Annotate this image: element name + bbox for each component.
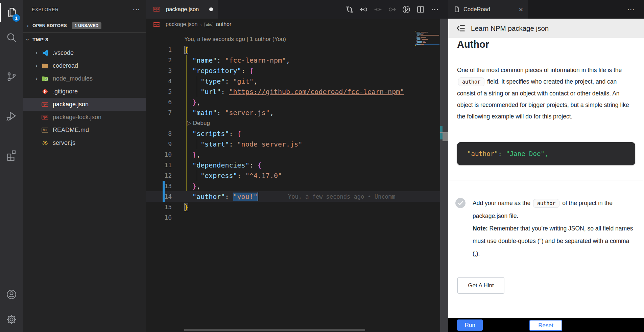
line-content: "dependencies": { xyxy=(184,161,262,169)
activity-run-debug[interactable] xyxy=(0,104,23,129)
account-icon xyxy=(6,289,17,300)
code-line-16[interactable]: 16 xyxy=(146,212,440,223)
reverse-continue-icon[interactable] xyxy=(359,5,368,14)
line-number: 14 xyxy=(146,193,172,200)
activity-extensions[interactable] xyxy=(0,143,23,168)
explorer-badge: 1 xyxy=(13,14,20,22)
file-package.json[interactable]: npmpackage.json xyxy=(23,98,146,111)
sidebar-title: EXPLORER xyxy=(32,7,133,12)
code-line-2[interactable]: 2 "name": "fcc-learn-npm", xyxy=(146,55,440,65)
switch-sides-icon[interactable] xyxy=(345,5,354,14)
js-icon: JS xyxy=(41,139,49,147)
horizontal-scrollbar[interactable] xyxy=(184,329,365,331)
panel-more-actions-icon[interactable]: ⋯ xyxy=(627,5,644,14)
activity-source-control[interactable] xyxy=(0,64,23,89)
open-editors-section[interactable]: › OPEN EDITORS 1 UNSAVED xyxy=(23,19,146,33)
get-hint-button[interactable]: Get A Hint xyxy=(457,277,504,294)
code-area[interactable]: You, a few seconds ago | 1 author (You)1… xyxy=(146,30,440,328)
line-content: } xyxy=(184,203,188,211)
code-line-15[interactable]: 15} xyxy=(146,202,440,212)
line-number: 15 xyxy=(146,203,172,211)
codelens[interactable]: ▷ Debug xyxy=(146,118,440,128)
code-line-8[interactable]: 8 "scripts": { xyxy=(146,128,440,139)
activity-account[interactable] xyxy=(0,282,23,307)
symbol-string-icon: abc xyxy=(205,22,213,27)
menu-collapse-icon[interactable] xyxy=(456,24,466,33)
file-.vscode[interactable]: ›.vscode xyxy=(23,46,146,59)
file-package-lock.json[interactable]: npmpackage-lock.json xyxy=(23,111,146,124)
codelens-text[interactable]: ▷ Debug xyxy=(146,119,210,127)
text-cursor xyxy=(258,192,258,201)
explorer-sidebar: EXPLORER ⋯ › OPEN EDITORS 1 UNSAVED › TM… xyxy=(23,0,146,332)
task-check-icon xyxy=(455,198,466,208)
line-number: 8 xyxy=(146,130,172,137)
tab-package-json[interactable]: npm package.json xyxy=(146,0,218,19)
sidebar-more-actions-icon[interactable]: ⋯ xyxy=(133,5,141,14)
line-content: "start": "node server.js" xyxy=(184,140,302,148)
divider xyxy=(448,180,643,180)
npm-icon: npm xyxy=(152,21,161,28)
snippet-value: "Jane Doe", xyxy=(502,150,548,157)
gear-icon xyxy=(6,314,17,325)
git-icon xyxy=(42,88,49,95)
node-modules-folder-icon: JS xyxy=(42,75,49,82)
workspace-root[interactable]: › TMP-3 xyxy=(23,33,146,46)
line-number: 9 xyxy=(146,140,172,148)
markdown-icon: M↓ xyxy=(41,126,49,134)
code-line-5[interactable]: 5 "url": "https://github.com/coderoad/fc… xyxy=(146,86,440,97)
more-actions-icon[interactable] xyxy=(430,5,439,14)
section-paragraph: One of the most common pieces of informa… xyxy=(457,64,636,122)
coderoad-play-icon[interactable] xyxy=(402,5,411,14)
reset-button[interactable]: Reset xyxy=(529,320,562,331)
coderoad-panel: CodeRoad × ⋯ Learn NPM package json Auth… xyxy=(448,0,644,332)
codelens[interactable]: You, a few seconds ago | 1 author (You) xyxy=(146,34,440,44)
scrollbar-slider[interactable] xyxy=(443,133,448,141)
source-control-icon xyxy=(6,71,17,83)
line-content: "main": "server.js", xyxy=(184,109,274,117)
code-line-3[interactable]: 3 "repository": { xyxy=(146,65,440,76)
code-line-12[interactable]: 12 "express": "^4.17.0" xyxy=(146,170,440,181)
inline-code-chip: author xyxy=(533,199,559,208)
minimap[interactable] xyxy=(415,30,439,49)
code-line-4[interactable]: 4 "type": "git", xyxy=(146,76,440,86)
file-server.js[interactable]: JSserver.js xyxy=(23,136,146,149)
code-line-1[interactable]: 1{ xyxy=(146,44,440,55)
code-line-10[interactable]: 10 }, xyxy=(146,149,440,160)
code-line-11[interactable]: 11 "dependencies": { xyxy=(146,160,440,170)
file-node_modules[interactable]: ›JSnode_modules xyxy=(23,72,146,85)
breadcrumb-file[interactable]: package.json xyxy=(166,21,197,27)
modified-gutter-marker xyxy=(163,181,165,191)
coderoad-header: Learn NPM package json xyxy=(448,19,644,38)
file-coderoad[interactable]: ›coderoad xyxy=(23,59,146,72)
split-editor-icon[interactable] xyxy=(416,5,425,14)
activity-settings[interactable] xyxy=(0,307,23,332)
overview-ruler-scrollbar[interactable] xyxy=(440,19,448,332)
npm-icon: npm xyxy=(42,115,48,119)
line-content: "repository": { xyxy=(184,67,254,75)
line-content: }, xyxy=(184,182,200,190)
activity-search[interactable] xyxy=(0,25,23,50)
record-step-icon[interactable] xyxy=(373,5,383,14)
line-number: 3 xyxy=(146,67,172,74)
code-line-7[interactable]: 7 "main": "server.js", xyxy=(146,107,440,118)
continue-icon[interactable] xyxy=(387,5,397,14)
code-line-9[interactable]: 9 "start": "node server.js" xyxy=(146,139,440,149)
code-lines: You, a few seconds ago | 1 author (You)1… xyxy=(146,34,440,223)
activity-explorer[interactable]: 1 xyxy=(0,0,23,25)
code-line-13[interactable]: 13 }, xyxy=(146,181,440,191)
tab-coderoad[interactable]: CodeRoad × xyxy=(448,0,528,19)
breadcrumb[interactable]: npm package.json › abc author xyxy=(146,19,440,30)
run-button[interactable]: Run xyxy=(457,319,483,331)
close-icon[interactable]: × xyxy=(519,5,523,14)
codelens-text[interactable]: You, a few seconds ago | 1 author (You) xyxy=(146,36,286,43)
breadcrumb-symbol[interactable]: author xyxy=(216,21,231,27)
tutorial-title: Learn NPM package json xyxy=(471,24,549,32)
tab-label: package.json xyxy=(166,6,206,13)
file-README.md[interactable]: M↓README.md xyxy=(23,124,146,136)
line-number: 11 xyxy=(146,161,172,169)
file-icon xyxy=(454,6,460,13)
code-snippet: "author": "Jane Doe", xyxy=(457,142,635,165)
code-line-6[interactable]: 6 }, xyxy=(146,97,440,107)
code-line-14[interactable]: 14 "author": "you!"You, a few seconds ag… xyxy=(146,191,440,202)
file-.gitignore[interactable]: .gitignore xyxy=(23,85,146,98)
